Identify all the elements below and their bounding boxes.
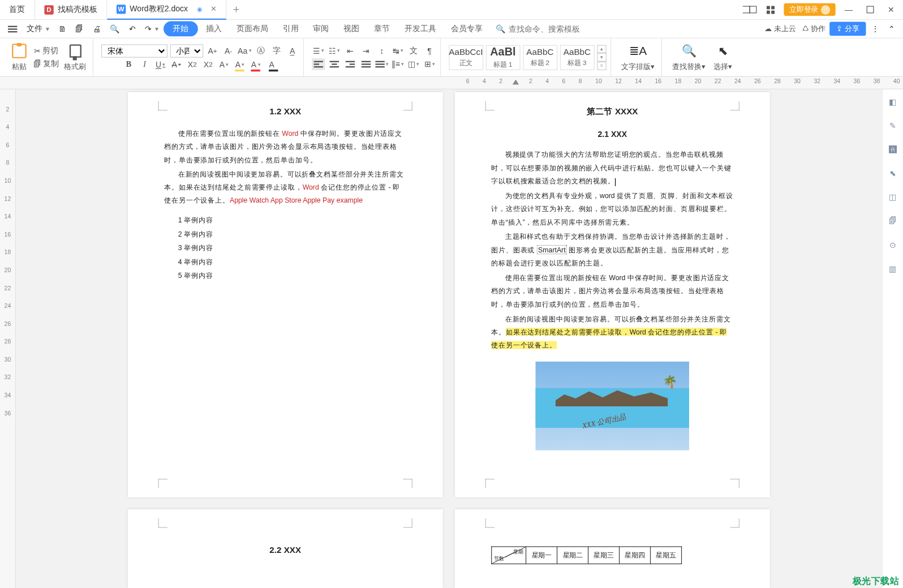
collapse-ribbon-icon[interactable]: ⌃ <box>884 23 899 35</box>
panel-toggle-icon[interactable]: ◧ <box>887 96 898 108</box>
char-border-button[interactable]: A̲ <box>286 45 299 57</box>
style-normal[interactable]: AaBbCcI正文 <box>449 45 483 70</box>
file-menu[interactable]: 文件▾ <box>23 22 53 36</box>
shading-button[interactable]: ◫▾ <box>407 58 420 70</box>
command-search-input[interactable] <box>509 24 601 33</box>
qat-saveas-icon[interactable]: 🗐 <box>71 23 87 35</box>
panel-styles-icon[interactable]: 🅰 <box>887 144 898 156</box>
align-left-button[interactable] <box>312 58 325 70</box>
panel-location-icon[interactable]: ⊙ <box>887 239 898 251</box>
tab-templates[interactable]: D 找稿壳模板 <box>35 0 108 20</box>
cloud-status[interactable]: ☁ 未上云 <box>764 24 796 34</box>
app-menu-icon[interactable] <box>4 24 21 33</box>
panel-clipboard-icon[interactable]: 🗐 <box>887 215 898 227</box>
borders-button[interactable]: ⊞▾ <box>423 58 436 70</box>
tab-home[interactable]: 首页 <box>0 0 35 20</box>
panel-view-icon[interactable]: ▥ <box>887 263 898 275</box>
qat-print-icon[interactable]: 🖨 <box>89 23 105 35</box>
tab-document[interactable]: W Word教程2.docx ◉ ✕ <box>108 0 226 20</box>
style-heading2[interactable]: AaBbC标题 2 <box>523 45 557 70</box>
vertical-ruler[interactable]: 24681012141618202224262830323436 <box>0 89 16 588</box>
login-button[interactable]: 立即登录 <box>784 3 835 16</box>
ribbon-tab-view[interactable]: 视图 <box>337 21 366 36</box>
panel-select-icon[interactable]: ⬉ <box>887 168 898 179</box>
page-10: 星期 节数 星期一 星期二 星期三 星期四 星期五 <box>455 509 770 588</box>
tab-char-button[interactable]: ↹▾ <box>391 45 404 57</box>
find-replace-button[interactable]: 🔍 查找替换▾ <box>670 43 708 71</box>
bullets-button[interactable]: ☰▾ <box>312 45 325 57</box>
style-heading1[interactable]: AaBl标题 1 <box>485 45 520 70</box>
align-right-button[interactable] <box>343 58 356 70</box>
format-painter-button[interactable]: 格式刷 <box>62 43 89 71</box>
pinyin-guide-button[interactable]: 字 <box>270 45 283 57</box>
window-close-button[interactable]: ✕ <box>883 2 899 18</box>
numbering-button[interactable]: ☷▾ <box>328 45 341 57</box>
show-marks-button[interactable]: ¶ <box>423 45 436 57</box>
p-right-5: 在新的阅读视图中阅读更加容易。可以折叠文档某些部分并关注所需文本。如果在达到结尾… <box>491 312 733 352</box>
qat-undo-icon[interactable]: ↶ <box>125 23 140 35</box>
strike-button[interactable]: A▾ <box>170 59 183 71</box>
style-heading3[interactable]: AaBbC标题 3 <box>560 45 595 70</box>
ribbon-tab-reference[interactable]: 引用 <box>276 21 305 36</box>
indent-inc-button[interactable]: ⇥ <box>359 45 372 57</box>
font-color-button[interactable]: A▾ <box>249 59 262 71</box>
panel-pencil-icon[interactable]: ✎ <box>887 120 898 132</box>
ribbon-tab-review[interactable]: 审阅 <box>307 21 336 36</box>
underline-button[interactable]: U▾ <box>154 59 167 71</box>
font-family-select[interactable]: 宋体 <box>101 44 167 57</box>
apps-grid-icon[interactable] <box>763 2 779 18</box>
share-button[interactable]: ⇪ 分享 <box>829 22 866 36</box>
palm-tree-icon: 🌴 <box>663 371 677 393</box>
layout-icon[interactable] <box>742 2 758 18</box>
qat-preview-icon[interactable]: 🔍 <box>106 23 124 35</box>
indent-dec-button[interactable]: ⇤ <box>343 45 356 57</box>
char-shading-button[interactable]: A <box>265 59 278 71</box>
command-search[interactable]: 🔍 <box>496 24 615 33</box>
align-center-button[interactable] <box>328 58 341 70</box>
ribbon-tab-developer[interactable]: 开发工具 <box>398 21 443 36</box>
italic-button[interactable]: I <box>138 59 151 71</box>
qat-save-icon[interactable]: 🗎 <box>54 23 70 35</box>
ribbon-tab-insert[interactable]: 插入 <box>199 21 228 36</box>
shrink-font-button[interactable]: A- <box>222 45 235 57</box>
asian-layout-button[interactable]: 文 <box>407 45 420 57</box>
new-tab-button[interactable]: ＋ <box>226 0 246 20</box>
grow-font-button[interactable]: A+ <box>206 45 219 57</box>
cut-button[interactable]: ✂ 剪切 <box>34 45 58 57</box>
ribbon-tab-section[interactable]: 章节 <box>367 21 396 36</box>
ribbon-tab-start[interactable]: 开始 <box>164 21 198 36</box>
clear-format-button[interactable]: Ⓐ <box>254 45 267 57</box>
copy-button[interactable]: 🗐 复制 <box>33 58 59 70</box>
subscript-button[interactable]: X2 <box>201 59 214 71</box>
select-button[interactable]: ⬉ 选择▾ <box>711 43 734 71</box>
bold-button[interactable]: B <box>122 59 135 71</box>
highlight-button[interactable]: A▾ <box>233 59 246 71</box>
more-menu-icon[interactable]: ⋮ <box>867 23 883 35</box>
style-scroll-down[interactable]: ▾ <box>597 53 606 62</box>
embedded-image[interactable]: 🌴 XXX 公司出品 <box>536 361 689 450</box>
text-layout-button[interactable]: ≣A 文字排版▾ <box>619 43 657 71</box>
line-spacing-button[interactable]: ‖≡▾ <box>391 58 404 70</box>
horizontal-ruler[interactable]: 642246810121416182022242628303234363840 <box>16 77 903 89</box>
font-size-select[interactable]: 小四 <box>170 44 204 57</box>
paste-button[interactable]: 粘贴 <box>8 43 31 71</box>
window-minimize-button[interactable]: ― <box>841 2 857 18</box>
ribbon-tab-layout[interactable]: 页面布局 <box>230 21 275 36</box>
heading-1-2: 1.2 XXX <box>164 104 406 121</box>
ribbon-tab-vip[interactable]: 会员专享 <box>444 21 489 36</box>
style-scroll-up[interactable]: ▴ <box>597 45 606 53</box>
superscript-button[interactable]: X2 <box>186 59 199 71</box>
collaborate-button[interactable]: ♺ 协作 <box>802 24 825 34</box>
align-distribute-button[interactable]: ▾ <box>375 58 388 70</box>
align-justify-button[interactable] <box>359 58 372 70</box>
text-effects-button[interactable]: A▾ <box>217 59 230 71</box>
document-canvas[interactable]: 1.2 XXX 使用在需要位置出现的新按钮在 Word 中保存时间。要更改图片适… <box>16 89 882 588</box>
qat-redo-icon[interactable]: ↷▾ <box>141 23 162 35</box>
panel-shapes-icon[interactable]: ◫ <box>887 191 898 203</box>
style-gallery-expand[interactable]: ▿ <box>597 62 606 70</box>
tab-close-icon[interactable]: ✕ <box>210 5 217 13</box>
change-case-button[interactable]: Aa▾ <box>238 45 251 57</box>
window-maximize-button[interactable] <box>862 2 878 18</box>
group-paragraph: ☰▾ ☷▾ ⇤ ⇥ ↕ ↹▾ 文 ¶ ▾ ‖≡▾ ◫▾ ⊞▾ <box>308 38 441 76</box>
sort-button[interactable]: ↕ <box>375 45 388 57</box>
